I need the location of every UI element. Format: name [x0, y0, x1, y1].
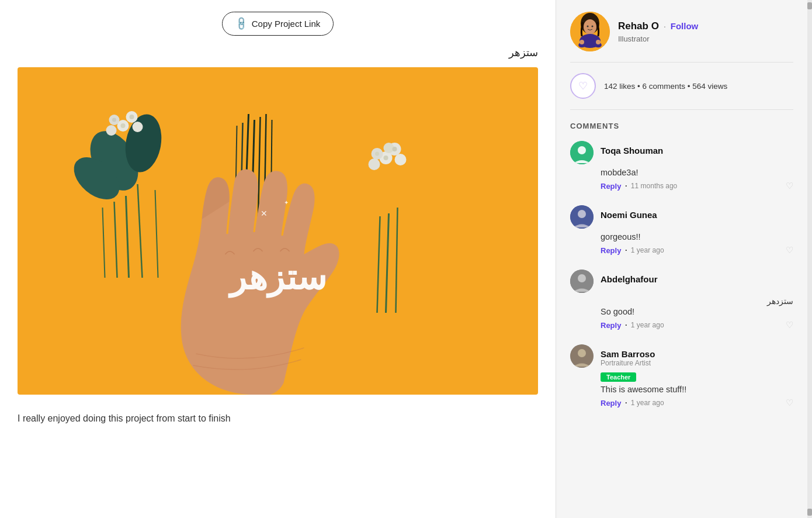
- comment-like-button[interactable]: ♡: [786, 320, 793, 330]
- svg-point-0: [81, 123, 148, 199]
- comments-header: COMMENTS: [570, 122, 793, 130]
- commenter-name: Sam Barroso: [601, 344, 655, 359]
- comment-actions: Reply · 1 year ago ♡: [601, 320, 793, 330]
- svg-point-8: [117, 120, 129, 132]
- svg-point-25: [384, 156, 388, 160]
- commenter-name: Toqa Shouman: [601, 141, 663, 164]
- scroll-indicator: [807, 0, 812, 518]
- commenter-avatar[interactable]: [570, 270, 594, 293]
- svg-point-49: [578, 146, 586, 154]
- svg-point-22: [369, 158, 380, 170]
- svg-line-31: [240, 123, 243, 289]
- copy-project-link-button[interactable]: 🔗 Copy Project Link: [222, 12, 334, 36]
- comment-top: Abdelghafour: [570, 270, 793, 293]
- svg-line-7: [103, 208, 105, 278]
- comment-like-button[interactable]: ♡: [786, 245, 793, 255]
- comment-dot: ·: [624, 398, 627, 408]
- comment-dot: ·: [624, 181, 627, 191]
- right-panel[interactable]: Rehab O · Follow Illustrator ♡ 142 likes…: [556, 0, 807, 518]
- comment-text: So good!: [601, 307, 793, 316]
- author-avatar[interactable]: [570, 12, 610, 51]
- comment-item: Toqa Shouman mobde3a! Reply · 11 months …: [570, 141, 793, 191]
- svg-point-21: [372, 148, 383, 160]
- svg-point-45: [596, 40, 601, 44]
- svg-point-20: [388, 143, 401, 156]
- svg-line-5: [114, 202, 117, 278]
- author-name-row: Rehab O · Follow: [618, 20, 793, 32]
- svg-line-6: [155, 190, 158, 278]
- svg-text:ستزهر: ستزهر: [228, 258, 327, 298]
- svg-line-33: [234, 126, 237, 289]
- comment-text: gorgeous!!: [601, 232, 793, 241]
- commenter-avatar[interactable]: [570, 141, 594, 164]
- svg-point-26: [393, 147, 397, 151]
- svg-line-32: [263, 114, 266, 289]
- comments-count: 6 comments: [643, 82, 686, 91]
- comment-body: gorgeous!! Reply · 1 year ago ♡: [570, 232, 793, 255]
- svg-point-47: [592, 26, 594, 27]
- comment-dot: ·: [624, 320, 627, 330]
- svg-point-19: [380, 151, 393, 164]
- svg-line-17: [396, 208, 398, 313]
- svg-point-11: [106, 125, 117, 136]
- commenter-name: Noemi Gunea: [601, 205, 657, 229]
- comment-top: Sam Barroso Portraiture Artist: [570, 344, 793, 368]
- comment-item: Sam Barroso Portraiture Artist Teacher T…: [570, 344, 793, 408]
- svg-line-16: [386, 213, 389, 313]
- comment-actions: Reply · 1 year ago ♡: [601, 245, 793, 255]
- project-image: ستزهر ✕ ✦: [18, 67, 538, 395]
- copy-link-area: 🔗 Copy Project Link: [18, 12, 538, 36]
- svg-point-13: [121, 123, 126, 128]
- svg-point-12: [133, 122, 143, 132]
- like-button[interactable]: ♡: [570, 73, 596, 99]
- comment-top: Noemi Gunea: [570, 205, 793, 229]
- author-dot: ·: [664, 22, 666, 31]
- reply-row: Reply · 11 months ago: [601, 181, 677, 191]
- comments-section: COMMENTS Toqa Shouman mobde3a! Reply: [570, 122, 793, 408]
- left-panel: 🔗 Copy Project Link ستزهر: [0, 0, 556, 518]
- author-name: Rehab O: [618, 20, 659, 32]
- svg-point-55: [578, 349, 586, 357]
- reply-row: Reply · 1 year ago: [601, 245, 664, 255]
- comment-time: 11 months ago: [631, 182, 677, 190]
- comment-body: Teacher This is awesome stuff!! Reply · …: [570, 371, 793, 408]
- comment-body: mobde3a! Reply · 11 months ago ♡: [570, 168, 793, 191]
- svg-line-29: [250, 120, 255, 289]
- reply-button[interactable]: Reply: [601, 399, 621, 408]
- author-info: Rehab O · Follow Illustrator: [618, 20, 793, 43]
- svg-point-23: [395, 154, 407, 165]
- comment-like-button[interactable]: ♡: [786, 181, 793, 191]
- reply-button[interactable]: Reply: [601, 321, 621, 330]
- reply-row: Reply · 1 year ago: [601, 398, 664, 408]
- reply-button[interactable]: Reply: [601, 246, 621, 255]
- svg-line-30: [257, 117, 261, 289]
- comment-dot: ·: [624, 245, 627, 255]
- commenter-avatar[interactable]: [570, 344, 594, 368]
- comment-time: 1 year ago: [631, 399, 664, 407]
- follow-button[interactable]: Follow: [671, 21, 699, 31]
- svg-point-27: [375, 152, 379, 156]
- project-image-container: ستزهر ✕ ✦: [18, 67, 538, 395]
- svg-point-9: [126, 111, 138, 123]
- svg-point-46: [587, 26, 589, 27]
- author-role: Illustrator: [618, 34, 793, 43]
- svg-point-15: [112, 118, 116, 122]
- comment-item: Noemi Gunea gorgeous!! Reply · 1 year ag…: [570, 205, 793, 255]
- svg-line-34: [270, 120, 272, 289]
- svg-line-4: [138, 184, 143, 278]
- svg-text:✕: ✕: [261, 209, 268, 218]
- scroll-thumb-bottom: [807, 509, 812, 516]
- svg-point-40: [584, 19, 596, 34]
- commenter-name: Abdelghafour: [601, 270, 658, 293]
- comment-like-button[interactable]: ♡: [786, 398, 793, 408]
- copy-link-label: Copy Project Link: [252, 19, 321, 29]
- comment-item: Abdelghafour ستزدهر So good! Reply · 1 y…: [570, 270, 793, 330]
- stats-text: 142 likes • 6 comments • 564 views: [604, 82, 727, 91]
- commenter-role: Portraiture Artist: [601, 359, 655, 367]
- commenter-avatar[interactable]: [570, 205, 594, 229]
- comment-text: mobde3a!: [601, 168, 793, 177]
- comment-body: ستزدهر So good! Reply · 1 year ago ♡: [570, 296, 793, 330]
- svg-point-53: [578, 274, 586, 282]
- reply-button[interactable]: Reply: [601, 182, 621, 191]
- views-count: 564 views: [692, 82, 727, 91]
